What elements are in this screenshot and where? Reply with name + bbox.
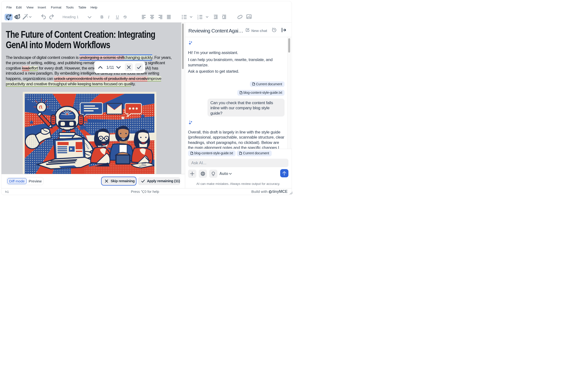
svg-text:1/11: 1/11 [106,65,114,70]
svg-text:Heading 1: Heading 1 [63,15,79,19]
svg-text:I: I [108,14,110,20]
svg-text:U: U [116,15,119,19]
svg-text:B: B [101,15,104,20]
svg-text:3: 3 [198,18,199,20]
svg-text:S: S [124,15,127,20]
